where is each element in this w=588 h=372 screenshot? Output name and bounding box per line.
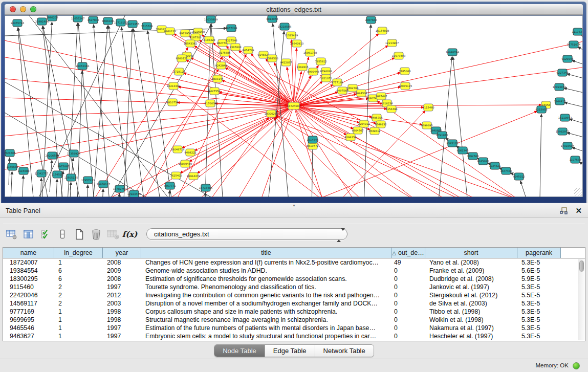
graph-node[interactable]: 12093872 [553,83,566,91]
graph-node[interactable]: 1527802 [87,16,99,24]
graph-node[interactable]: 1244415 [554,98,565,105]
graph-node[interactable]: 7955812 [315,58,326,65]
graph-node[interactable]: 6549612 [368,127,380,135]
graph-node[interactable]: 20053346 [76,62,89,70]
delete-button[interactable] [88,227,104,242]
graph-node[interactable]: 8990448 [307,68,319,75]
graph-node[interactable]: 20891406 [35,18,49,25]
select-columns-button[interactable] [37,227,54,242]
graph-node[interactable]: 17957233 [81,177,95,184]
graph-node[interactable]: 8454749 [242,47,254,54]
graph-node[interactable]: 1986205 [46,15,58,21]
graph-node[interactable]: 9245022 [477,158,489,165]
column-header-year[interactable]: year [103,248,141,258]
vertical-scrollbar[interactable] [578,259,585,340]
graph-node[interactable]: 2526505 [5,149,16,157]
graph-node[interactable]: 16961758 [303,49,317,56]
graph-node[interactable]: 12213967 [385,39,399,47]
graph-node[interactable]: 9975887 [57,163,69,170]
table-row[interactable]: 1456911722003Disruption of a novel membe… [3,299,585,308]
graph-node[interactable]: 8170034 [204,100,216,107]
graph-node[interactable]: 8860123 [164,28,176,35]
graph-node[interactable]: 3624534 [355,90,367,97]
graph-node[interactable]: 20206586 [46,152,59,159]
graph-node[interactable]: 16543382 [184,40,197,47]
graph-node[interactable]: 1514545 [307,136,318,143]
graph-node[interactable]: 2367608 [229,43,241,51]
tab-edge-table[interactable]: Edge Table [265,345,315,357]
table-row[interactable]: 1830029562008Estimation of significance … [3,275,585,283]
tab-node-table[interactable]: Node Table [214,345,265,357]
graph-node[interactable]: 9115460 [422,104,434,111]
graph-node[interactable]: 11325419 [285,32,298,39]
graph-node[interactable]: 12213349 [167,82,180,90]
graph-node[interactable]: 1621072 [320,75,332,82]
graph-node[interactable]: 1107533 [569,156,581,163]
graph-node[interactable]: 15992971 [556,128,569,135]
graph-node[interactable]: 14671355 [126,20,139,28]
show-columns-button[interactable] [20,227,37,242]
graph-node[interactable]: 1588520 [266,55,278,62]
table-row[interactable]: 911546021997Tourette syndrome. Phenomeno… [3,283,585,291]
resize-grip[interactable] [574,188,582,196]
new-object-button[interactable] [71,227,88,242]
graph-node[interactable]: 1810754 [166,99,179,106]
window-titlebar[interactable]: citations_edges.txt [5,4,583,15]
graph-node[interactable]: 1117534 [572,28,582,35]
graph-node[interactable]: 9129946 [561,55,573,62]
graph-node[interactable]: 1150681 [6,163,18,170]
graph-node[interactable]: 7515526 [141,23,153,30]
graph-node[interactable]: 2718126 [173,68,185,75]
network-canvas[interactable]: 1872400776638228860123891295418226058818… [5,15,583,197]
graph-node[interactable]: 9162345 [456,147,468,154]
graph-node[interactable]: 9227343 [556,69,568,76]
graph-node[interactable]: 9245012 [513,173,525,180]
column-header-pagerank[interactable]: pagerank [517,248,561,258]
graph-node[interactable]: 16033809 [204,16,217,23]
graph-node[interactable]: 12975115 [399,82,412,90]
graph-node[interactable]: 8186328 [203,36,215,43]
table-row[interactable]: 1872400712008Changes of HCN gene express… [3,258,585,267]
memory-status-indicator[interactable] [573,362,580,369]
float-panel-icon[interactable] [560,207,568,214]
graph-node[interactable]: 15751074 [567,41,581,48]
graph-node[interactable]: 9242848 [215,62,227,69]
graph-node[interactable]: 1362815 [296,63,308,71]
tab-network-table[interactable]: Network Table [315,345,374,357]
graph-node[interactable]: 15716485 [199,184,212,191]
graph-node[interactable]: 7857224 [225,25,237,32]
graph-node[interactable]: 9857771 [164,182,176,189]
graph-node[interactable]: 1687447 [375,93,387,100]
graph-node[interactable]: 6791972 [436,132,448,139]
graph-node[interactable]: 8813054 [266,15,278,23]
table-row[interactable]: 946362711997Embryonic stem cells: a mode… [3,332,585,340]
graph-node[interactable]: 1677432 [500,167,512,174]
graph-node[interactable]: 9422037 [280,59,292,66]
graph-node[interactable]: 12923448 [127,190,141,197]
splitter-handle[interactable]: ▾ [292,204,297,207]
graph-node[interactable]: 9699695 [421,122,432,129]
graph-node[interactable]: 1115688 [17,167,29,174]
table-mode-button[interactable] [3,227,20,242]
graph-node[interactable]: 8466160 [102,17,114,25]
graph-node[interactable]: 16914479 [187,172,200,180]
column-header-in_degree[interactable]: in_degree [54,248,103,258]
merge-tables-button[interactable] [54,227,71,242]
graph-node[interactable]: 7485063 [399,68,410,75]
graph-node[interactable]: 9549232 [375,121,386,128]
graph-node[interactable]: 10973493 [392,52,405,59]
graph-node[interactable]: 10655247 [71,15,84,22]
function-builder-button[interactable]: f(x) [121,227,138,242]
column-header-out_de[interactable]: △out_de… [391,248,425,258]
column-header-name[interactable]: name [3,248,54,258]
graph-node[interactable]: 9777169 [331,79,343,86]
graph-node[interactable]: 9304567 [352,127,363,134]
graph-node[interactable]: 9498222 [184,149,196,156]
graph-node[interactable]: 9360121 [176,55,187,62]
graph-node[interactable]: 24055724 [11,19,25,27]
table-selector-dropdown[interactable]: citations_edges.txt [146,228,347,240]
graph-node[interactable]: 12505135 [64,174,78,181]
graph-node[interactable]: 8194154 [344,134,357,141]
graph-node[interactable]: 18300295 [265,110,278,117]
graph-node[interactable]: 6794028 [320,68,332,75]
